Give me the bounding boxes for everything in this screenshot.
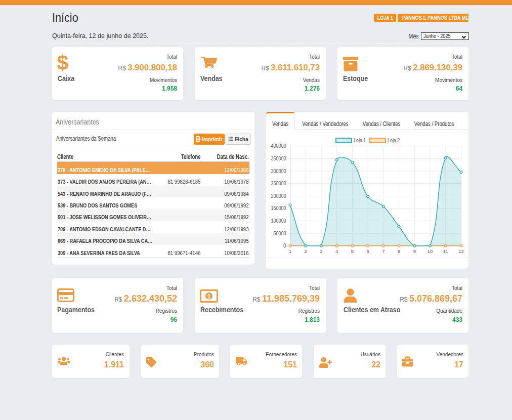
svg-text:6: 6 [366, 248, 369, 254]
svg-text:350000: 350000 [271, 156, 286, 161]
svg-text:9: 9 [413, 248, 416, 254]
svg-text:50000: 50000 [274, 231, 286, 236]
svg-text:2: 2 [305, 248, 307, 254]
svg-text:11: 11 [443, 248, 448, 254]
svg-text:1: 1 [207, 293, 211, 300]
svg-text:1: 1 [289, 248, 291, 254]
svg-text:8: 8 [398, 248, 400, 254]
svg-text:250000: 250000 [271, 181, 286, 186]
svg-text:150000: 150000 [271, 205, 286, 211]
svg-text:12: 12 [458, 248, 464, 254]
svg-text:10: 10 [428, 248, 433, 254]
svg-text:3: 3 [320, 248, 322, 254]
svg-text:0: 0 [283, 243, 286, 248]
svg-text:300000: 300000 [271, 169, 286, 174]
svg-text:200000: 200000 [271, 193, 286, 199]
svg-text:7: 7 [382, 248, 385, 254]
svg-text:5: 5 [351, 248, 354, 254]
svg-text:100000: 100000 [271, 218, 286, 224]
svg-text:400000: 400000 [271, 143, 286, 149]
svg-text:4: 4 [335, 248, 338, 254]
